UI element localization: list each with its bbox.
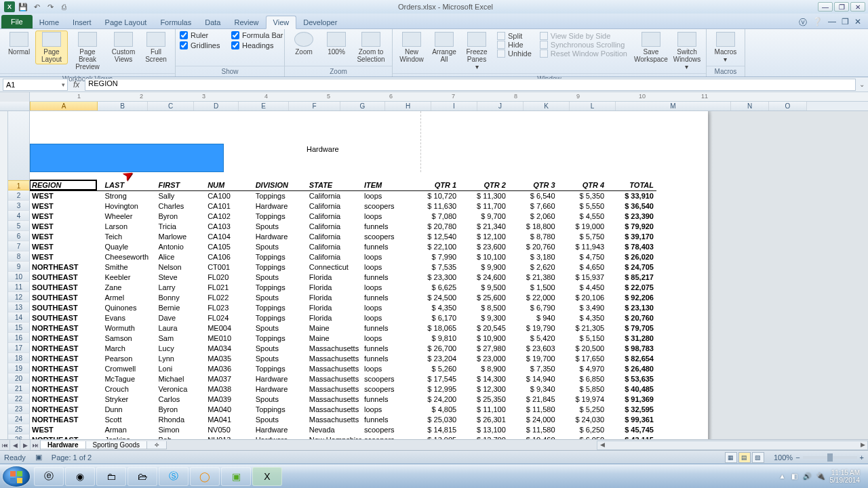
zoom-in-icon[interactable]: + — [860, 453, 864, 462]
taskbar-camtasia-icon[interactable]: ▣ — [221, 467, 251, 486]
select-all-corner[interactable] — [0, 102, 30, 110]
tab-page-layout[interactable]: Page Layout — [98, 16, 154, 28]
tab-nav-prev-icon[interactable]: ◀ — [10, 440, 20, 451]
zoom-out-icon[interactable]: − — [795, 453, 800, 462]
doc-close-icon[interactable]: ✕ — [854, 17, 861, 28]
headings-checkbox[interactable]: Headings — [231, 41, 283, 49]
horizontal-scrollbar[interactable]: ◀▶ — [597, 441, 868, 450]
data-table[interactable]: REGIONLASTFIRSTNUMDIVISIONSTATEITEMQTR 1… — [30, 180, 656, 445]
tray-power-icon[interactable]: 🔌 — [816, 472, 825, 480]
print-icon[interactable]: ⎙ — [58, 1, 69, 12]
row-header-21[interactable]: 21 — [8, 384, 30, 394]
full-screen-button[interactable]: Full Screen — [140, 30, 172, 64]
col-header-M[interactable]: M — [616, 102, 731, 110]
page-layout-button[interactable]: Page Layout — [35, 30, 68, 64]
save-workspace-button[interactable]: Save Workspace — [631, 30, 671, 64]
col-header-G[interactable]: G — [340, 102, 385, 110]
taskbar-excel-icon[interactable]: X — [252, 467, 282, 486]
row-header-5[interactable]: 5 — [8, 221, 30, 231]
row-header-10[interactable]: 10 — [8, 272, 30, 282]
row-header-7[interactable]: 7 — [8, 241, 30, 251]
tray-show-hidden-icon[interactable]: ▲ — [779, 472, 786, 480]
doc-min-icon[interactable]: — — [828, 17, 836, 28]
custom-views-button[interactable]: Custom Views — [107, 30, 140, 64]
taskbar-explorer-icon[interactable]: 🗁 — [127, 467, 157, 486]
macro-record-icon[interactable]: ▣ — [35, 453, 42, 462]
tray-volume-icon[interactable]: 🔊 — [803, 472, 811, 480]
row-header-24[interactable]: 24 — [8, 414, 30, 424]
sheet-tab-sporting-goods[interactable]: Sporting Goods — [85, 441, 148, 449]
split-button[interactable]: Split — [497, 32, 532, 40]
col-header-B[interactable]: B — [98, 102, 148, 110]
col-header-K[interactable]: K — [524, 102, 570, 110]
row-header-25[interactable]: 25 — [8, 424, 30, 434]
row-header-15[interactable]: 15 — [8, 323, 30, 333]
tab-view[interactable]: View — [266, 16, 297, 29]
tab-nav-next-icon[interactable]: ▶ — [20, 440, 31, 451]
undo-icon[interactable]: ↶ — [31, 1, 42, 12]
col-header-A[interactable]: A — [30, 102, 98, 110]
row-header-16[interactable]: 16 — [8, 333, 30, 343]
zoom-100-button[interactable]: 100% — [320, 30, 353, 57]
col-header-L[interactable]: L — [570, 102, 616, 110]
row-header-23[interactable]: 23 — [8, 404, 30, 414]
doc-restore-icon[interactable]: ❐ — [842, 17, 849, 28]
row-header-14[interactable]: 14 — [8, 312, 30, 323]
page-area[interactable]: Hardware ➤ REGIONLASTFIRSTNUMDIVISIONSTA… — [30, 111, 868, 460]
name-box[interactable]: A1 — [3, 79, 68, 91]
help-icon[interactable]: ❔ — [812, 17, 823, 28]
unhide-button[interactable]: Unhide — [497, 49, 532, 58]
new-window-button[interactable]: New Window — [395, 30, 428, 64]
page-layout-view-icon[interactable]: ▤ — [738, 452, 751, 463]
row-header-17[interactable]: 17 — [8, 343, 30, 353]
row-header-22[interactable]: 22 — [8, 394, 30, 404]
zoom-button[interactable]: Zoom — [288, 30, 320, 57]
taskbar-libraries-icon[interactable]: 🗀 — [96, 467, 126, 486]
zoom-control[interactable]: 100% − + — [774, 453, 864, 462]
maximize-button[interactable]: ❐ — [834, 2, 849, 12]
arrange-all-button[interactable]: Arrange All — [428, 30, 460, 64]
fx-icon[interactable]: fx — [68, 80, 85, 89]
row-header-11[interactable]: 11 — [8, 282, 30, 292]
row-header-8[interactable]: 8 — [8, 251, 30, 262]
taskbar-skype-icon[interactable]: Ⓢ — [159, 467, 189, 486]
row-header-12[interactable]: 12 — [8, 292, 30, 302]
tab-data[interactable]: Data — [198, 16, 227, 28]
pagebreak-view-icon[interactable]: ▧ — [752, 452, 764, 463]
insert-sheet-tab[interactable]: ✧ — [146, 441, 167, 449]
col-header-F[interactable]: F — [289, 102, 340, 110]
row-header-20[interactable]: 20 — [8, 373, 30, 384]
row-header-4[interactable]: 4 — [8, 211, 30, 221]
row-header-13[interactable]: 13 — [8, 302, 30, 312]
minimize-button[interactable]: — — [818, 2, 833, 12]
row-header-19[interactable]: 19 — [8, 363, 30, 373]
row-header-6[interactable]: 6 — [8, 231, 30, 241]
tab-nav-first-icon[interactable]: ⏮ — [0, 440, 10, 451]
zoom-slider[interactable] — [803, 456, 857, 459]
tab-home[interactable]: Home — [33, 16, 66, 28]
tab-nav-last-icon[interactable]: ⏭ — [31, 440, 41, 451]
hide-button[interactable]: Hide — [497, 41, 532, 49]
col-header-J[interactable]: J — [477, 102, 524, 110]
tab-developer[interactable]: Developer — [296, 16, 344, 28]
row-header-2[interactable]: 2 — [8, 190, 30, 201]
save-icon[interactable]: 💾 — [18, 1, 28, 12]
col-header-D[interactable]: D — [194, 102, 239, 110]
switch-windows-button[interactable]: Switch Windows▾ — [671, 30, 703, 72]
row-header-3[interactable]: 3 — [8, 201, 30, 211]
expand-formula-bar-icon[interactable]: ⌄ — [856, 81, 868, 88]
col-header-N[interactable]: N — [731, 102, 769, 110]
taskbar-ie-icon[interactable]: ⓔ — [34, 467, 64, 486]
freeze-panes-button[interactable]: Freeze Panes▾ — [460, 30, 493, 72]
tab-formulas[interactable]: Formulas — [153, 16, 198, 28]
tray-action-icon[interactable]: ◧ — [791, 472, 797, 480]
close-button[interactable]: ✕ — [850, 2, 865, 12]
tray-clock[interactable]: 11:15 AM 5/19/2014 — [830, 469, 861, 484]
start-button[interactable] — [3, 466, 30, 487]
tab-review[interactable]: Review — [227, 16, 265, 28]
page-break-preview-button[interactable]: Page Break Preview — [68, 30, 107, 72]
normal-view-icon[interactable]: ▦ — [725, 452, 737, 463]
row-header-1[interactable]: 1 — [8, 180, 30, 190]
page-1[interactable]: Hardware ➤ REGIONLASTFIRSTNUMDIVISIONSTA… — [30, 111, 708, 460]
col-header-I[interactable]: I — [431, 102, 477, 110]
